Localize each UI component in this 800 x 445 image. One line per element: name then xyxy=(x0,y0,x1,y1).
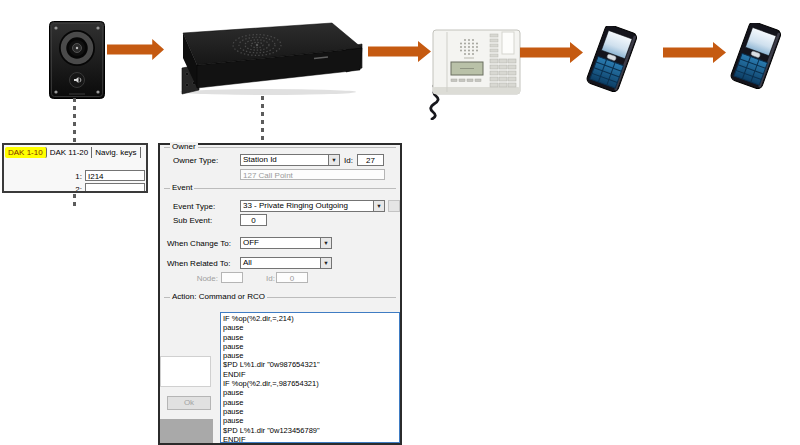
dak-tab-bar: DAK 1-10 DAK 11-20 Navig. keys xyxy=(5,147,141,158)
dropdown-arrow-icon[interactable] xyxy=(373,201,384,211)
mobile-phone-icon xyxy=(576,26,646,92)
flow-arrow-icon xyxy=(368,41,431,62)
tab-navig-keys[interactable]: Navig. keys xyxy=(92,147,140,158)
connector-dashed-line xyxy=(261,96,264,142)
tab-dak-11-20[interactable]: DAK 11-20 xyxy=(47,147,93,158)
node-id-input: 0 xyxy=(276,272,308,283)
event-properties-panel: Owner Owner Type: Station Id Id: 27 127 … xyxy=(158,143,402,445)
intercom-station-icon xyxy=(48,20,106,100)
action-script-text: IF %op(%2.dir,=,214) pause pause pause p… xyxy=(221,313,399,443)
mobile-phone-icon xyxy=(720,23,790,89)
action-aux-input[interactable] xyxy=(160,356,211,387)
when-related-to-value: All xyxy=(243,258,252,267)
dropdown-arrow-icon[interactable] xyxy=(320,238,331,248)
tab-dak-1-10[interactable]: DAK 1-10 xyxy=(5,147,47,158)
node-label: Node: xyxy=(180,274,218,283)
owner-group-line xyxy=(164,147,396,148)
dak-key-2-input[interactable] xyxy=(85,183,145,193)
dropdown-arrow-icon[interactable] xyxy=(320,258,331,268)
owner-description-field: 127 Call Point xyxy=(240,169,385,180)
flow-arrow-icon xyxy=(520,42,583,63)
dak-key-1-input[interactable]: I214 xyxy=(85,170,145,181)
action-script-editor[interactable]: IF %op(%2.dir,=,214) pause pause pause p… xyxy=(220,312,400,443)
event-type-value: 33 - Private Ringing Outgoing xyxy=(243,201,348,210)
sub-event-input[interactable]: 0 xyxy=(240,214,267,226)
dak-row-1-label: 1: xyxy=(44,172,82,181)
flow-arrow-icon xyxy=(663,42,726,63)
action-group-title: Action: Command or RCO xyxy=(170,292,267,301)
owner-id-label: Id: xyxy=(344,156,353,165)
action-gray-placeholder xyxy=(160,419,213,443)
when-related-to-label: When Related To: xyxy=(167,259,230,268)
when-related-to-dropdown[interactable]: All xyxy=(240,257,332,269)
owner-type-label: Owner Type: xyxy=(173,156,218,165)
node-input xyxy=(221,272,243,283)
event-group-line xyxy=(164,188,396,189)
rack-server-icon xyxy=(166,18,364,96)
flow-arrow-icon xyxy=(107,39,164,60)
when-change-to-value: OFF xyxy=(243,238,259,247)
when-change-to-dropdown[interactable]: OFF xyxy=(240,237,332,249)
dak-row-2-label: 2: xyxy=(44,185,82,193)
connector-dashed-line xyxy=(73,194,76,209)
diagram-stage: DAK 1-10 DAK 11-20 Navig. keys 1: I214 2… xyxy=(0,0,800,445)
owner-id-input[interactable]: 27 xyxy=(357,154,384,166)
node-id-label: Id: xyxy=(266,274,275,283)
owner-type-dropdown[interactable]: Station Id xyxy=(240,154,340,166)
event-type-dropdown[interactable]: 33 - Private Ringing Outgoing xyxy=(240,200,385,212)
owner-group-title: Owner xyxy=(170,142,198,151)
dropdown-arrow-icon[interactable] xyxy=(328,155,339,165)
event-group-title: Event xyxy=(170,183,194,192)
ok-button[interactable]: Ok xyxy=(167,396,211,410)
event-type-label: Event Type: xyxy=(173,202,215,211)
owner-type-value: Station Id xyxy=(243,155,277,164)
desk-phone-icon xyxy=(428,26,524,120)
sub-event-label: Sub Event: xyxy=(173,216,212,225)
connector-dashed-line xyxy=(73,98,76,143)
dak-keys-panel: DAK 1-10 DAK 11-20 Navig. keys 1: I214 2… xyxy=(2,143,148,193)
when-change-to-label: When Change To: xyxy=(167,239,231,248)
event-type-extra-button[interactable] xyxy=(388,200,400,212)
